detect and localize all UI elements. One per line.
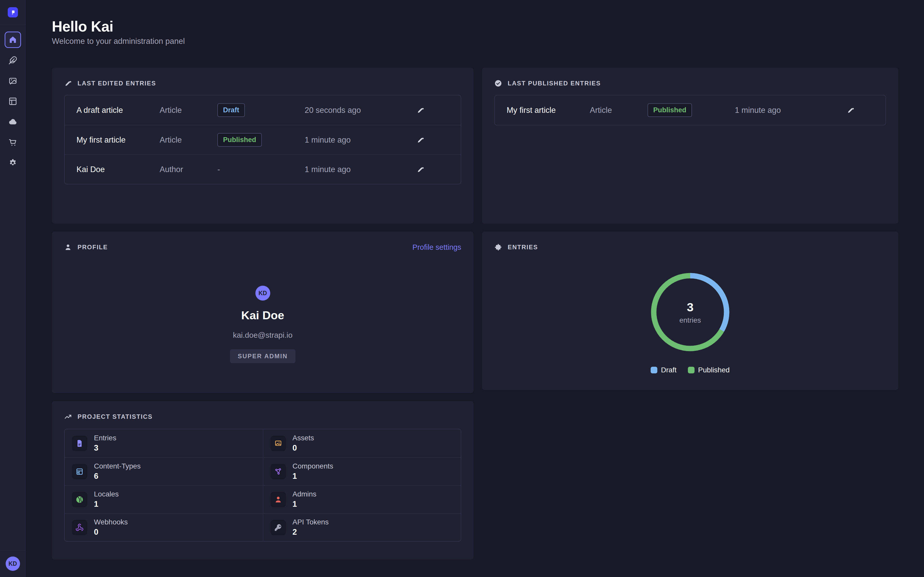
- profile-name: Kai Doe: [241, 309, 284, 322]
- sidebar-item-deploy[interactable]: [5, 114, 21, 130]
- stat-label: Entries: [94, 434, 116, 442]
- trend-up-icon: [64, 413, 72, 421]
- sidebar-nav: [5, 32, 21, 171]
- status-badge: Published: [648, 103, 692, 117]
- sidebar-item-content-type-builder[interactable]: [5, 93, 21, 110]
- sidebar-item-content-manager[interactable]: [5, 52, 21, 68]
- entries-header: ENTRIES: [494, 243, 886, 251]
- card-title: LAST EDITED ENTRIES: [78, 80, 156, 87]
- stat-label: Assets: [292, 434, 314, 442]
- sidebar-bottom: KD: [0, 550, 26, 577]
- card-title: PROJECT STATISTICS: [78, 413, 152, 420]
- entry-type: Article: [590, 106, 648, 115]
- stat-label: Admins: [292, 490, 317, 498]
- layout-icon: [76, 467, 84, 476]
- entry-time: 1 minute ago: [735, 106, 845, 115]
- sidebar-item-marketplace[interactable]: [5, 134, 21, 150]
- last-published-entries-card: LAST PUBLISHED ENTRIES My first article …: [482, 68, 898, 224]
- main-content: Hello Kai Welcome to your administration…: [26, 0, 924, 559]
- stat-assets: Assets 0: [263, 429, 461, 457]
- stat-value: 1: [94, 500, 119, 509]
- statistics-grid: Entries 3 Assets 0: [64, 429, 461, 542]
- draft-swatch-icon: [651, 367, 657, 373]
- stat-entries: Entries 3: [65, 429, 263, 457]
- edit-entry-button[interactable]: [845, 105, 856, 116]
- card-title: ENTRIES: [508, 243, 538, 251]
- legend-item-published: Published: [688, 366, 730, 374]
- legend-label: Published: [698, 366, 730, 374]
- edit-entry-button[interactable]: [415, 105, 426, 116]
- entry-name: Kai Doe: [76, 165, 160, 174]
- table-row[interactable]: My first article Article Published 1 min…: [495, 95, 885, 125]
- gear-icon: [8, 158, 17, 167]
- pencil-icon: [417, 106, 424, 114]
- table-row[interactable]: Kai Doe Author - 1 minute ago: [65, 155, 461, 184]
- home-icon: [8, 35, 17, 44]
- globe-icon: [76, 495, 84, 504]
- legend-item-draft: Draft: [651, 366, 677, 374]
- entry-type: Article: [160, 106, 217, 115]
- pencil-icon: [64, 79, 72, 87]
- entries-chart-card: ENTRIES 3 entries: [482, 232, 898, 390]
- cloud-icon: [8, 118, 17, 126]
- stat-label: Locales: [94, 490, 119, 498]
- edit-entry-button[interactable]: [415, 164, 426, 175]
- entries-unit: entries: [679, 316, 701, 324]
- stat-webhooks: Webhooks 0: [65, 513, 263, 541]
- file-icon: [76, 439, 84, 448]
- sidebar-divider-bottom: [0, 550, 26, 551]
- role-badge: SUPER ADMIN: [230, 349, 296, 363]
- table-row[interactable]: My first article Article Published 1 min…: [65, 125, 461, 155]
- status-empty: -: [217, 165, 305, 174]
- entry-name: My first article: [76, 135, 160, 145]
- stat-label: Components: [292, 463, 333, 470]
- puzzle-icon: [494, 243, 502, 251]
- entry-type: Author: [160, 165, 217, 174]
- stat-content-types: Content-Types 6: [65, 457, 263, 485]
- stat-label: API Tokens: [292, 518, 329, 526]
- sidebar-item-media-library[interactable]: [5, 73, 21, 89]
- stat-api-tokens: API Tokens 2: [263, 513, 461, 541]
- stat-locales: Locales 1: [65, 485, 263, 513]
- feather-icon: [8, 56, 17, 64]
- webhook-icon: [76, 524, 84, 532]
- sidebar-item-home[interactable]: [5, 32, 21, 48]
- last-edited-header: LAST EDITED ENTRIES: [64, 79, 461, 88]
- profile-body: KD Kai Doe kai.doe@strapi.io SUPER ADMIN: [64, 251, 461, 363]
- stat-value: 0: [292, 443, 314, 453]
- entry-time: 1 minute ago: [305, 135, 415, 145]
- sidebar-item-settings[interactable]: [5, 155, 21, 171]
- table-row[interactable]: A draft article Article Draft 20 seconds…: [65, 95, 461, 125]
- pencil-icon: [417, 136, 424, 144]
- stat-value: 1: [292, 472, 333, 481]
- entries-total: 3: [687, 300, 693, 314]
- profile-settings-link[interactable]: Profile settings: [412, 243, 461, 251]
- edit-entry-button[interactable]: [415, 134, 426, 146]
- stat-components: Components 1: [263, 457, 461, 485]
- entries-donut-chart: 3 entries: [649, 271, 731, 353]
- page-subtitle: Welcome to your administration panel: [52, 37, 898, 46]
- entry-name: A draft article: [76, 106, 160, 115]
- last-edited-entries-card: LAST EDITED ENTRIES A draft article Arti…: [52, 68, 473, 224]
- stat-value: 1: [292, 500, 317, 509]
- images-icon: [274, 439, 282, 448]
- last-edited-table: A draft article Article Draft 20 seconds…: [64, 95, 461, 184]
- published-swatch-icon: [688, 367, 695, 373]
- profile-avatar: KD: [255, 286, 270, 301]
- stat-value: 3: [94, 443, 116, 453]
- stat-value: 2: [292, 527, 329, 537]
- profile-card: PROFILE Profile settings KD Kai Doe kai.…: [52, 232, 473, 393]
- entry-time: 20 seconds ago: [305, 106, 415, 115]
- user-avatar[interactable]: KD: [6, 556, 20, 571]
- person-icon: [64, 243, 72, 251]
- strapi-logo[interactable]: [8, 7, 18, 18]
- stat-value: 0: [94, 527, 128, 537]
- last-published-table: My first article Article Published 1 min…: [494, 95, 886, 126]
- sidebar: KD: [0, 0, 26, 577]
- pencil-icon: [847, 106, 855, 114]
- legend-label: Draft: [661, 366, 677, 374]
- entry-time: 1 minute ago: [305, 165, 415, 174]
- key-icon: [274, 524, 282, 532]
- stat-label: Content-Types: [94, 463, 141, 470]
- pencil-icon: [417, 166, 424, 173]
